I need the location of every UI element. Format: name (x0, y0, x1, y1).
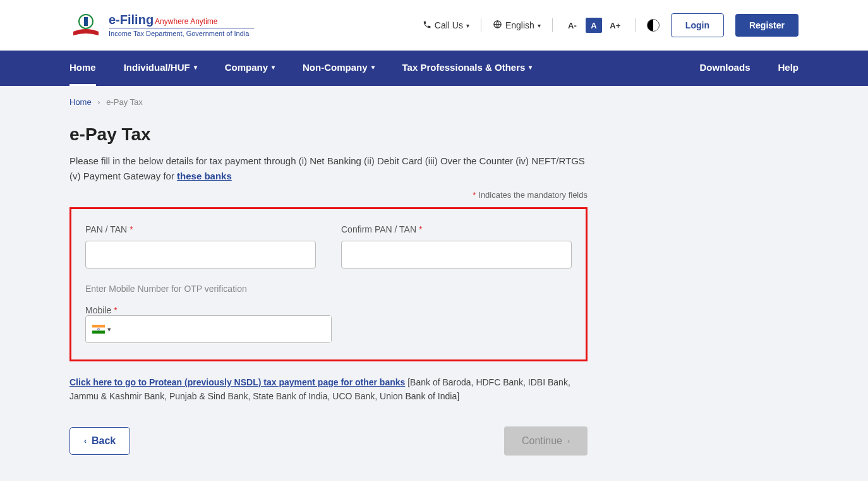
chevron-down-icon: ▾ (272, 64, 275, 71)
login-button[interactable]: Login (671, 13, 724, 37)
nav-help[interactable]: Help (778, 51, 799, 86)
nav-noncompany-label: Non-Company (303, 62, 368, 73)
confirm-pan-input[interactable] (341, 241, 572, 269)
language-label: English (505, 20, 534, 30)
protean-note: Click here to go to Protean (previously … (69, 375, 588, 404)
brand-main: e-Filing (109, 13, 154, 27)
mobile-input-wrap[interactable]: ▾ (85, 315, 332, 343)
mandatory-text: Indicates the mandatory fields (478, 190, 588, 200)
chevron-right-icon: › (567, 437, 570, 445)
mobile-label-text: Mobile (85, 305, 111, 315)
call-us-dropdown[interactable]: Call Us ▾ (423, 20, 469, 31)
nav-individual-label: Individual/HUF (124, 62, 190, 73)
back-button[interactable]: ‹ Back (69, 427, 130, 455)
mandatory-note: *Indicates the mandatory fields (69, 190, 588, 200)
main-nav: Home Individual/HUF▾ Company▾ Non-Compan… (0, 51, 868, 86)
asterisk-icon: * (473, 190, 476, 200)
breadcrumb-separator: › (97, 97, 100, 107)
nav-noncompany[interactable]: Non-Company▾ (303, 51, 375, 86)
font-size-controls: A- A A+ (564, 18, 624, 33)
form-highlight-box: PAN / TAN* Confirm PAN / TAN* Enter Mobi… (69, 207, 588, 361)
emblem-icon (69, 13, 102, 38)
language-dropdown[interactable]: English ▾ (493, 20, 541, 31)
phone-icon (423, 20, 431, 31)
nav-home-label: Home (69, 62, 96, 73)
country-code-dropdown[interactable]: ▾ (107, 325, 111, 334)
divider (552, 18, 553, 32)
action-row: ‹ Back Continue › (69, 426, 588, 456)
svg-rect-1 (84, 17, 88, 26)
mobile-hint: Enter Mobile Number for OTP verification (85, 284, 572, 294)
page-desc-text: Please fill in the below details for tax… (69, 155, 585, 181)
mobile-label: Mobile* (85, 305, 118, 315)
svg-rect-3 (92, 325, 105, 328)
divider (635, 18, 636, 32)
confirm-pan-label: Confirm PAN / TAN* (341, 224, 572, 234)
nav-company[interactable]: Company▾ (225, 51, 275, 86)
page-body: Home › e-Pay Tax e-Pay Tax Please fill i… (0, 86, 868, 481)
pan-label-text: PAN / TAN (85, 224, 127, 234)
pan-label: PAN / TAN* (85, 224, 316, 234)
register-button[interactable]: Register (735, 14, 799, 37)
nav-taxpro-label: Tax Professionals & Others (402, 62, 526, 73)
nav-taxpro[interactable]: Tax Professionals & Others▾ (402, 51, 533, 86)
call-us-label: Call Us (435, 20, 463, 30)
nav-downloads-label: Downloads (699, 62, 750, 73)
asterisk-icon: * (114, 305, 117, 315)
brand-logo[interactable]: e-FilingAnywhere Anytime Income Tax Depa… (69, 13, 254, 38)
protean-link[interactable]: Click here to go to Protean (previously … (69, 377, 405, 387)
brand-text: e-FilingAnywhere Anytime Income Tax Depa… (109, 13, 254, 37)
chevron-down-icon: ▾ (466, 22, 469, 29)
asterisk-icon: * (130, 224, 133, 234)
nav-company-label: Company (225, 62, 268, 73)
chevron-down-icon: ▾ (529, 64, 532, 71)
font-normal-button[interactable]: A (586, 18, 602, 33)
continue-button[interactable]: Continue › (504, 426, 588, 456)
asterisk-icon: * (419, 224, 422, 234)
globe-icon (493, 20, 502, 31)
contrast-toggle[interactable] (647, 19, 660, 32)
nav-home[interactable]: Home (69, 51, 96, 86)
brand-subtitle: Income Tax Department, Government of Ind… (109, 30, 254, 37)
page-title: e-Pay Tax (69, 124, 799, 145)
svg-rect-5 (92, 330, 105, 334)
chevron-down-icon: ▾ (538, 22, 541, 29)
nav-downloads[interactable]: Downloads (699, 51, 750, 86)
breadcrumb-home[interactable]: Home (69, 97, 92, 107)
country-flag-icon (92, 325, 105, 334)
mobile-input[interactable] (116, 316, 331, 342)
these-banks-link[interactable]: these banks (177, 171, 232, 181)
font-decrease-button[interactable]: A- (564, 18, 581, 33)
chevron-down-icon: ▾ (194, 64, 197, 71)
brand-tagline: Anywhere Anytime (155, 17, 217, 26)
continue-label: Continue (522, 435, 562, 447)
top-actions: Call Us ▾ English ▾ A- A A+ Login Regist… (423, 13, 799, 37)
page-description: Please fill in the below details for tax… (69, 154, 588, 184)
divider (481, 18, 481, 32)
breadcrumb: Home › e-Pay Tax (69, 97, 799, 107)
nav-help-label: Help (778, 62, 799, 73)
nav-individual[interactable]: Individual/HUF▾ (124, 51, 197, 86)
font-increase-button[interactable]: A+ (607, 18, 624, 33)
breadcrumb-current: e-Pay Tax (106, 97, 143, 107)
chevron-down-icon: ▾ (371, 64, 375, 71)
pan-input[interactable] (85, 241, 316, 269)
top-bar: e-FilingAnywhere Anytime Income Tax Depa… (0, 0, 868, 51)
confirm-pan-label-text: Confirm PAN / TAN (341, 224, 416, 234)
chevron-left-icon: ‹ (84, 437, 87, 445)
back-label: Back (92, 435, 116, 447)
